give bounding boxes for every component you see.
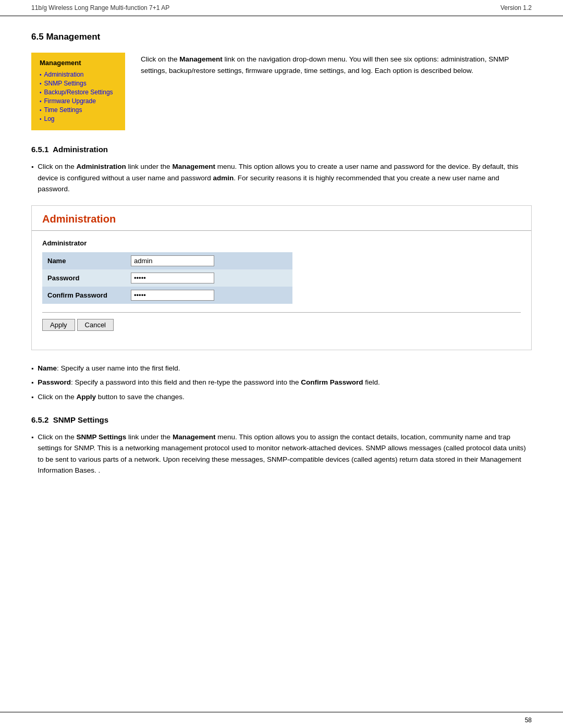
field-cell <box>126 287 276 304</box>
field-cell <box>126 269 276 287</box>
page-header: 11b/g Wireless Long Range Multi-function… <box>0 0 563 16</box>
snmp-bullet-item: Click on the SNMP Settings link under th… <box>31 431 532 476</box>
name-input[interactable] <box>131 255 214 266</box>
menu-items-list: AdministrationSNMP SettingsBackup/Restor… <box>40 71 117 122</box>
management-menu-box: Management AdministrationSNMP SettingsBa… <box>31 53 125 130</box>
note-apply: Click on the Apply button to save the ch… <box>31 391 532 403</box>
field-label: Confirm Password <box>42 287 126 304</box>
field-label: Password <box>42 269 126 287</box>
confirm-password-input[interactable] <box>131 290 214 301</box>
section-65-heading: 6.5 Management <box>31 32 532 42</box>
notes-list: Name: Specify a user name into the first… <box>31 363 532 403</box>
header-left: 11b/g Wireless Long Range Multi-function… <box>31 4 169 11</box>
main-content: 6.5 Management Management Administration… <box>0 16 563 518</box>
section-652-heading: 6.5.2 SNMP Settings <box>31 415 532 424</box>
admin-buttons-row: Apply Cancel <box>42 312 521 333</box>
apply-button[interactable]: Apply <box>42 319 75 331</box>
admin-panel-content: Administrator NamePasswordConfirm Passwo… <box>32 231 531 341</box>
field-spacer <box>276 252 292 269</box>
section-651-heading: 6.5.1 Administration <box>31 145 532 154</box>
menu-item: Log <box>40 115 117 122</box>
admin-section-label: Administrator <box>42 239 521 247</box>
menu-item: Firmware Upgrade <box>40 97 117 105</box>
field-spacer <box>276 269 292 287</box>
admin-table-row: Confirm Password <box>42 287 292 304</box>
menu-item: Administration <box>40 71 117 78</box>
admin-table-row: Password <box>42 269 292 287</box>
password-input[interactable] <box>131 273 214 283</box>
note-password: Password: Specify a password into this f… <box>31 377 532 388</box>
administration-panel: Administration Administrator NamePasswor… <box>31 205 532 350</box>
menu-item: Backup/Restore Settings <box>40 89 117 96</box>
menu-item: SNMP Settings <box>40 80 117 87</box>
page-footer: 58 <box>0 712 563 728</box>
menu-box-title: Management <box>40 59 117 67</box>
cancel-button[interactable]: Cancel <box>77 319 114 331</box>
field-label: Name <box>42 252 126 269</box>
menu-item: Time Settings <box>40 106 117 114</box>
note-name: Name: Specify a user name into the first… <box>31 363 532 374</box>
admin-table-row: Name <box>42 252 292 269</box>
field-spacer <box>276 287 292 304</box>
section-651-bullets: Click on the Administration link under t… <box>31 161 532 195</box>
management-description: Click on the Management link on the navi… <box>141 53 532 130</box>
admin-panel-title: Administration <box>32 206 531 231</box>
admin-table-body: NamePasswordConfirm Password <box>42 252 292 304</box>
page-number: 58 <box>525 717 532 724</box>
header-right: Version 1.2 <box>500 4 532 11</box>
section-652-bullets: Click on the SNMP Settings link under th… <box>31 431 532 476</box>
field-cell <box>126 252 276 269</box>
management-intro: Management AdministrationSNMP SettingsBa… <box>31 53 532 130</box>
admin-table: NamePasswordConfirm Password <box>42 252 292 304</box>
bullet-item: Click on the Administration link under t… <box>31 161 532 195</box>
